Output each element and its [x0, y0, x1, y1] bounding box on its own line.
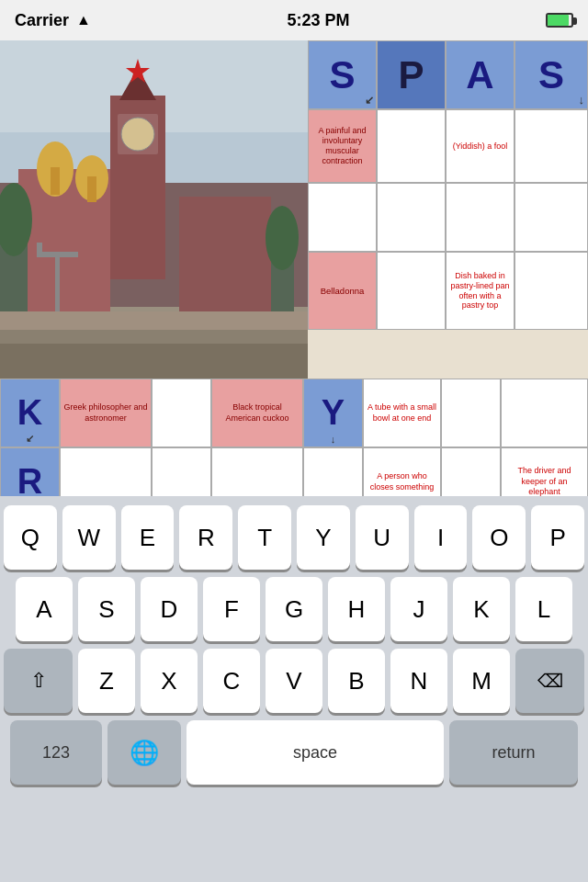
svg-rect-12 — [51, 167, 60, 195]
space-key[interactable]: space — [187, 720, 444, 785]
cell-clue-tube[interactable]: A tube with a small bowl at one end — [363, 379, 441, 447]
cell-clue-yiddish[interactable]: (Yiddish) a fool — [446, 109, 514, 183]
return-key[interactable]: return — [449, 720, 578, 785]
cell-kr1c8 — [501, 379, 588, 447]
svg-rect-16 — [37, 252, 78, 257]
svg-point-21 — [266, 206, 299, 270]
key-p[interactable]: P — [531, 505, 584, 570]
key-x[interactable]: X — [141, 649, 198, 713]
bottom-row-k: K ↙ Greek philosopher and astronomer Bla… — [0, 379, 588, 447]
cell-clue-pastry[interactable]: Dish baked in pastry-lined pan often wit… — [446, 252, 514, 330]
delete-key[interactable]: ⌫ — [515, 649, 584, 713]
keyboard-row-2: A S D F G H J K L — [4, 577, 584, 641]
cell-r4c4 — [514, 252, 588, 330]
grid-row-3 — [308, 183, 588, 252]
status-bar: Carrier ▲ 5:23 PM — [0, 0, 588, 40]
keyboard-row-4: 123 🌐 space return — [4, 720, 584, 785]
key-l[interactable]: L — [515, 577, 572, 641]
key-b[interactable]: B — [328, 649, 385, 713]
svg-point-8 — [121, 118, 154, 151]
num-key[interactable]: 123 — [10, 720, 102, 785]
key-k[interactable]: K — [453, 577, 510, 641]
key-d[interactable]: D — [141, 577, 198, 641]
grid-row-1: S ↙ P A S ↓ — [308, 40, 588, 109]
cell-r3c2 — [377, 183, 446, 252]
key-w[interactable]: W — [62, 505, 116, 570]
globe-key[interactable]: 🌐 — [107, 720, 181, 785]
shift-key[interactable]: ⇧ — [4, 649, 73, 713]
cell-r3c3 — [446, 183, 514, 252]
key-g[interactable]: G — [266, 577, 322, 641]
keyboard-row-3: ⇧ Z X C V B N M ⌫ — [4, 649, 584, 713]
key-i[interactable]: I — [414, 505, 468, 570]
cell-kr1c7 — [441, 379, 501, 447]
key-n[interactable]: N — [390, 649, 447, 713]
cell-r3c4 — [514, 183, 588, 252]
cell-s2[interactable]: S ↓ — [514, 40, 588, 109]
key-q[interactable]: Q — [4, 505, 57, 570]
key-y[interactable]: Y — [297, 505, 350, 570]
key-t[interactable]: T — [238, 505, 291, 570]
cell-clue-belladonna[interactable]: Belladonna — [308, 252, 377, 330]
grid-row-4: Belladonna Dish baked in pastry-lined pa… — [308, 252, 588, 330]
cell-s1[interactable]: S ↙ — [308, 40, 377, 109]
cell-r3c1 — [308, 183, 377, 252]
svg-rect-24 — [0, 311, 308, 330]
key-f[interactable]: F — [203, 577, 260, 641]
cell-y[interactable]: Y ↓ — [303, 379, 363, 447]
keyboard: Q W E R T Y U I O P A S D F G H J K L ⇧ … — [0, 496, 588, 882]
svg-rect-14 — [87, 176, 96, 202]
key-v[interactable]: V — [266, 649, 322, 713]
svg-rect-23 — [0, 344, 308, 380]
key-a[interactable]: A — [16, 577, 73, 641]
crossword-grid[interactable]: S ↙ P A S ↓ A painful and involuntary mu… — [308, 40, 588, 330]
cell-clue-greek[interactable]: Greek philosopher and astronomer — [60, 379, 152, 447]
key-o[interactable]: O — [472, 505, 526, 570]
cell-r4c2 — [377, 252, 446, 330]
svg-rect-17 — [37, 243, 42, 257]
key-m[interactable]: M — [453, 649, 510, 713]
key-h[interactable]: H — [328, 577, 385, 641]
cell-empty-r2c4 — [514, 109, 588, 183]
cell-empty-r2c2 — [377, 109, 446, 183]
cell-p[interactable]: P — [377, 40, 446, 109]
key-r[interactable]: R — [179, 505, 232, 570]
time-label: 5:23 PM — [287, 11, 349, 30]
keyboard-row-1: Q W E R T Y U I O P — [4, 505, 584, 570]
key-e[interactable]: E — [121, 505, 175, 570]
cell-clue-spasm[interactable]: A painful and involuntary muscular contr… — [308, 109, 377, 183]
cell-kr1c3 — [152, 379, 211, 447]
key-z[interactable]: Z — [78, 649, 135, 713]
kremlin-photo — [0, 40, 308, 380]
grid-row-2: A painful and involuntary muscular contr… — [308, 109, 588, 183]
cell-a1[interactable]: A — [446, 40, 514, 109]
cell-clue-cuckoo[interactable]: Black tropical American cuckoo — [211, 379, 303, 447]
key-u[interactable]: U — [356, 505, 409, 570]
key-s[interactable]: S — [78, 577, 135, 641]
cell-k[interactable]: K ↙ — [0, 379, 60, 447]
key-c[interactable]: C — [203, 649, 260, 713]
carrier-label: Carrier — [15, 11, 69, 30]
game-area: S ↙ P A S ↓ A painful and involuntary mu… — [0, 40, 588, 537]
key-j[interactable]: J — [390, 577, 447, 641]
battery-icon — [546, 13, 573, 28]
wifi-icon: ▲ — [76, 12, 91, 28]
